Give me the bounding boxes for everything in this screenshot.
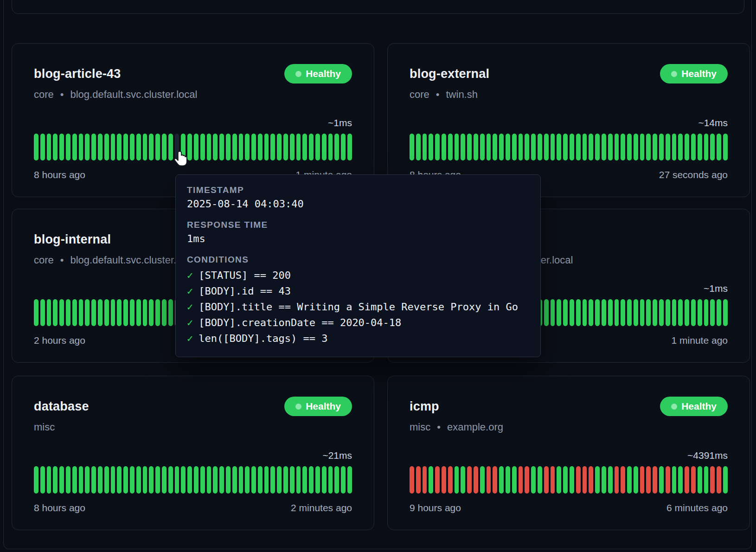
history-bar[interactable] [538,134,542,160]
history-bar[interactable] [723,466,728,494]
history-bar[interactable] [519,466,523,494]
history-bar[interactable] [525,134,529,160]
history-bar[interactable] [98,299,103,326]
history-bar[interactable] [557,466,561,494]
history-bar[interactable] [467,134,472,160]
history-bar[interactable] [659,466,664,494]
history-bar[interactable] [232,466,237,494]
history-bar[interactable] [544,134,549,160]
history-bar[interactable] [698,466,702,494]
history-bar[interactable] [570,134,574,160]
history-bar[interactable] [72,134,77,160]
history-bar[interactable] [85,466,90,494]
history-bar[interactable] [563,134,568,160]
history-bar[interactable] [448,466,453,494]
history-bar[interactable] [615,299,619,326]
history-bar[interactable] [442,466,446,494]
history-bar[interactable] [277,466,282,494]
history-bar[interactable] [678,299,683,326]
history-bar[interactable] [34,299,38,326]
history-bar[interactable] [646,299,651,326]
history-bar[interactable] [608,134,613,160]
history-bar[interactable] [91,134,96,160]
history-bar[interactable] [704,466,709,494]
history-bar[interactable] [455,466,459,494]
history-bar[interactable] [666,299,670,326]
history-bar[interactable] [621,466,625,494]
history-bar[interactable] [79,134,83,160]
history-bar[interactable] [143,299,147,326]
history-bar[interactable] [328,134,333,160]
history-bar[interactable] [104,466,109,494]
history-bar[interactable] [640,134,645,160]
history-bar[interactable] [416,466,421,494]
history-bar[interactable] [181,134,186,160]
history-bar[interactable] [66,134,70,160]
history-bar[interactable] [162,299,167,326]
history-bar[interactable] [410,466,414,494]
history-bar[interactable] [239,134,243,160]
history-bar[interactable] [685,299,689,326]
history-bar[interactable] [499,134,504,160]
history-bar[interactable] [59,134,64,160]
history-bar[interactable] [296,134,301,160]
history-bar[interactable] [66,466,70,494]
history-bar[interactable] [448,134,453,160]
history-bar[interactable] [570,299,574,326]
history-bar[interactable] [334,466,339,494]
history-bar[interactable] [187,134,192,160]
history-bar[interactable] [322,134,327,160]
history-bar[interactable] [608,466,613,494]
history-bar[interactable] [296,466,301,494]
history-bar[interactable] [691,299,696,326]
history-bar[interactable] [576,299,581,326]
history-bar[interactable] [698,134,702,160]
history-bar[interactable] [583,299,587,326]
history-bar[interactable] [213,134,218,160]
history-bar[interactable] [602,299,606,326]
history-bar[interactable] [576,466,581,494]
history-bar[interactable] [155,134,160,160]
history-bar[interactable] [685,134,689,160]
history-bar[interactable] [207,466,211,494]
history-bar[interactable] [672,466,677,494]
history-bar[interactable] [480,466,485,494]
history-bar[interactable] [608,299,613,326]
history-bar[interactable] [309,134,314,160]
history-bar[interactable] [589,299,593,326]
history-bar[interactable] [493,134,497,160]
history-bar[interactable] [678,466,683,494]
history-bar[interactable] [200,134,205,160]
history-bar[interactable] [264,134,269,160]
history-bar[interactable] [136,299,141,326]
history-bar[interactable] [264,466,269,494]
history-bar[interactable] [640,466,645,494]
history-bar[interactable] [435,134,440,160]
history-bar[interactable] [226,134,231,160]
history-bar[interactable] [410,134,414,160]
history-bar[interactable] [442,134,446,160]
history-bar[interactable] [149,466,154,494]
history-bar[interactable] [315,466,320,494]
history-bar[interactable] [512,466,517,494]
history-bar[interactable] [40,299,45,326]
history-bar[interactable] [200,466,205,494]
history-bar[interactable] [53,466,58,494]
history-bar[interactable] [493,466,497,494]
history-bar[interactable] [506,466,510,494]
history-bar[interactable] [544,466,549,494]
history-bar[interactable] [328,466,333,494]
history-bar[interactable] [309,466,314,494]
history-bar[interactable] [219,134,224,160]
history-bar[interactable] [704,299,709,326]
history-bar[interactable] [551,466,555,494]
history-bar[interactable] [162,134,167,160]
history-bar[interactable] [659,299,664,326]
history-bar[interactable] [283,466,288,494]
history-bar[interactable] [322,466,327,494]
history-bar[interactable] [461,134,465,160]
history-bar[interactable] [563,466,568,494]
history-bar[interactable] [98,134,103,160]
history-bar[interactable] [53,299,58,326]
history-bar[interactable] [143,134,147,160]
